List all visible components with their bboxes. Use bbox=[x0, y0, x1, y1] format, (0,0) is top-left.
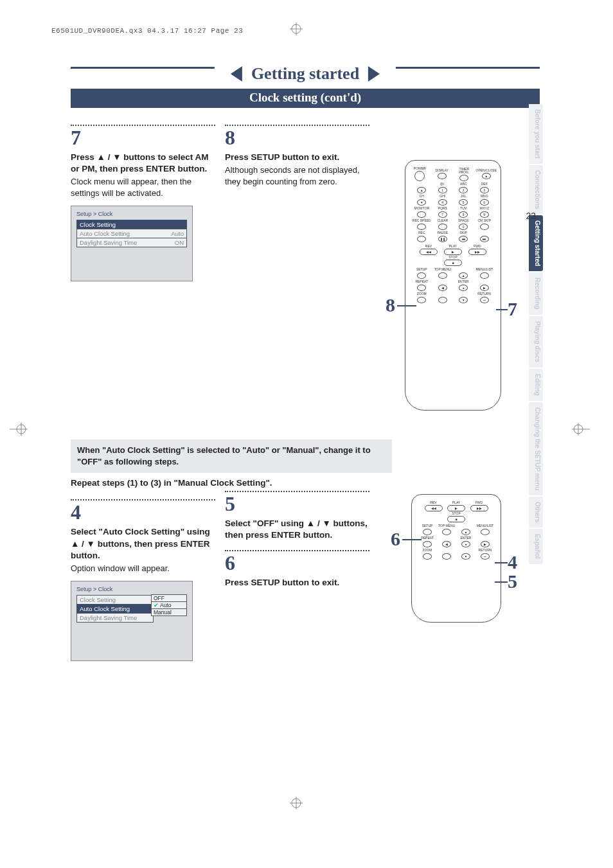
fwd-button-icon: ▶▶ bbox=[470, 505, 488, 511]
side-tab: Recording bbox=[529, 272, 543, 314]
step-description: Clock menu will appear, then the setting… bbox=[71, 176, 215, 199]
side-tab: Before you start bbox=[529, 104, 543, 164]
nav-button-icon bbox=[438, 297, 447, 303]
step-description: Option window will appear. bbox=[71, 563, 215, 574]
nav-button-icon bbox=[442, 553, 451, 560]
stop-button-icon: ■ bbox=[444, 260, 462, 266]
keypad-button-icon: ▲ bbox=[417, 187, 426, 193]
keypad-button-icon: 8 bbox=[459, 211, 468, 218]
nav-button-icon: ↩ bbox=[481, 553, 490, 560]
step-instruction: Press ▲ / ▼ buttons to select AM or PM, … bbox=[71, 152, 215, 175]
registration-mark-left bbox=[10, 423, 28, 436]
keypad-button-icon: ▼ bbox=[417, 199, 426, 206]
banner-arrow-left-icon bbox=[231, 66, 242, 82]
callout-8: 8 bbox=[386, 294, 395, 316]
banner-arrow-right-icon bbox=[368, 66, 380, 82]
nav-button-icon bbox=[480, 272, 489, 279]
remote-illustration-2: REV◀◀ PLAY▶STOP■ FWD▶▶ SETUPTOP MENU▲MEN… bbox=[411, 494, 501, 623]
step-number: 7 bbox=[71, 127, 215, 148]
nav-button-icon: ▶ bbox=[481, 541, 490, 547]
timer-button-icon bbox=[459, 175, 468, 181]
nav-button-icon: ↩ bbox=[480, 297, 489, 303]
menu-breadcrumb: Setup > Clock bbox=[76, 211, 187, 217]
chapter-title: Getting started bbox=[251, 64, 359, 84]
keypad-button-icon bbox=[417, 224, 426, 230]
registration-mark-bottom bbox=[290, 797, 303, 810]
keypad-button-icon: 2 bbox=[459, 187, 468, 193]
print-header: E6501UD_DVR90DEA.qx3 04.3.17 16:27 Page … bbox=[51, 27, 243, 35]
keypad-button-icon: 4 bbox=[438, 199, 447, 206]
keypad-button-icon: 6 bbox=[480, 199, 489, 206]
menu-row: Clock Setting bbox=[76, 595, 154, 605]
side-tab: Others bbox=[529, 497, 543, 527]
step-7: 7 Press ▲ / ▼ buttons to select AM or PM… bbox=[71, 125, 215, 281]
nav-button-icon: ◀ bbox=[442, 541, 451, 547]
osd-menu-clock-1: Setup > Clock Clock Setting Auto Clock S… bbox=[71, 206, 193, 281]
keypad-button-icon: ⏮ bbox=[459, 236, 468, 242]
side-tab: Getting started bbox=[529, 215, 543, 271]
keypad-button-icon: 0 bbox=[459, 224, 468, 230]
stop-button-icon: ■ bbox=[447, 516, 465, 522]
nav-button-icon bbox=[442, 529, 451, 535]
nav-button-icon: ◀ bbox=[438, 285, 447, 291]
side-tab: Editing bbox=[529, 369, 543, 401]
callout-line bbox=[402, 539, 422, 540]
keypad-button-icon: 3 bbox=[480, 187, 489, 193]
rev-button-icon: ◀◀ bbox=[425, 505, 443, 511]
nav-button-icon: ● bbox=[461, 541, 470, 547]
keypad-button-icon: 7 bbox=[438, 211, 447, 218]
nav-button-icon: ● bbox=[459, 285, 468, 291]
keypad-button-icon bbox=[417, 236, 426, 242]
rev-button-icon: ◀◀ bbox=[420, 249, 438, 255]
keypad-button-icon bbox=[438, 224, 447, 230]
nav-button-icon bbox=[438, 272, 447, 279]
keypad-button-icon: 1 bbox=[438, 187, 447, 193]
step-number: 5 bbox=[225, 493, 369, 514]
nav-button-icon: ▲ bbox=[461, 529, 470, 535]
nav-button-icon bbox=[423, 529, 432, 535]
callout-line bbox=[397, 305, 416, 306]
side-tab: Connections bbox=[529, 165, 543, 215]
note-text: When "Auto Clock Setting" is selected to… bbox=[77, 445, 371, 466]
callout-6: 6 bbox=[391, 528, 400, 550]
menu-row: Daylight Saving Time bbox=[76, 613, 154, 623]
step-number: 4 bbox=[71, 502, 215, 522]
chapter-banner: Getting started bbox=[71, 64, 540, 87]
keypad-button-icon bbox=[480, 224, 489, 230]
keypad-button-icon: 5 bbox=[459, 199, 468, 206]
note-box: When "Auto Clock Setting" is selected to… bbox=[71, 439, 392, 473]
callout-4: 4 bbox=[508, 551, 517, 573]
keypad-button-icon: 9 bbox=[480, 211, 489, 218]
eject-button-icon: ▲ bbox=[482, 173, 491, 179]
callout-line bbox=[495, 562, 508, 563]
callout-7: 7 bbox=[508, 298, 517, 320]
menu-option: Manual bbox=[151, 608, 187, 616]
step-number: 8 bbox=[225, 127, 369, 148]
step-instruction: Select "OFF" using ▲ / ▼ buttons, then p… bbox=[225, 518, 369, 541]
nav-button-icon bbox=[417, 272, 426, 279]
nav-button-icon: ▶ bbox=[480, 285, 489, 291]
nav-button-icon bbox=[481, 529, 490, 535]
play-button-icon: ▶ bbox=[447, 505, 465, 511]
play-button-icon: ▶ bbox=[444, 249, 462, 255]
step-number: 6 bbox=[225, 553, 369, 573]
nav-button-icon bbox=[423, 541, 432, 547]
step-instruction: Press SETUP button to exit. bbox=[225, 577, 369, 589]
side-tab: Changing the SETUP menu bbox=[529, 402, 543, 495]
callout-5: 5 bbox=[508, 571, 517, 592]
display-button-icon bbox=[438, 173, 447, 179]
menu-row: Clock Setting bbox=[76, 220, 187, 229]
repeat-steps-text: Repeat steps (1) to (3) in "Manual Clock… bbox=[71, 478, 392, 488]
remote-illustration-1: POWER DISPLAY TIMER PROG. OPEN/CLOSE▲ ▲@… bbox=[405, 160, 501, 411]
step-8: 8 Press SETUP button to exit. Although s… bbox=[225, 125, 369, 187]
keypad-button-icon: ❚❚ bbox=[438, 236, 447, 242]
menu-row: Daylight Saving TimeON bbox=[76, 238, 187, 247]
menu-breadcrumb: Setup > Clock bbox=[76, 586, 187, 592]
side-tab-strip: Before you startConnectionsGetting start… bbox=[529, 104, 543, 564]
nav-button-icon: ▼ bbox=[461, 553, 470, 560]
osd-menu-clock-2: Setup > Clock Clock Setting Auto Clock S… bbox=[71, 581, 193, 661]
fwd-button-icon: ▶▶ bbox=[468, 249, 486, 255]
nav-button-icon bbox=[423, 553, 432, 560]
power-button-icon bbox=[414, 171, 425, 181]
side-tab: Español bbox=[529, 529, 543, 564]
